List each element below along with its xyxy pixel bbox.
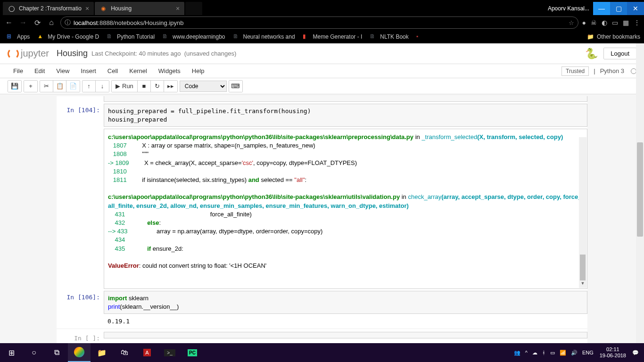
trusted-indicator[interactable]: Trusted (561, 66, 589, 76)
output-cell-104: c:\users\apoor\appdata\local\programs\py… (57, 129, 587, 289)
code-cell-106[interactable]: In [106]: import sklearn print(sklearn._… (57, 291, 587, 314)
ext-icon[interactable]: ▦ (623, 19, 629, 26)
apps-button[interactable]: ⊞Apps (4, 32, 33, 41)
ps-icon: ▪ (416, 33, 424, 41)
bluetooth-icon[interactable]: ᚼ (540, 350, 548, 355)
menu-insert[interactable]: Insert (75, 66, 102, 76)
menu-widgets[interactable]: Widgets (153, 66, 186, 76)
traceback-output[interactable]: c:\users\apoor\appdata\local\programs\py… (104, 129, 587, 289)
scroll-thumb[interactable] (637, 142, 643, 237)
ext-icon[interactable]: ● (582, 19, 586, 26)
address-bar-row: ← → ⟳ ⌂ ⓘ localhost:8888/notebooks/Housi… (0, 15, 644, 30)
ext-icon[interactable]: ▭ (612, 19, 618, 26)
menu-kernel[interactable]: Kernel (124, 66, 153, 76)
tab-title: Housing (111, 5, 132, 12)
ext-icon[interactable]: ☠ (591, 19, 597, 26)
acrobat-app[interactable]: A (136, 343, 158, 362)
interrupt-button[interactable]: ■ (138, 81, 151, 92)
cortana-button[interactable]: ○ (23, 343, 45, 362)
bookmark-item[interactable]: 🗎NLTK Book (367, 32, 411, 41)
command-palette-button[interactable]: ⌨ (229, 81, 242, 92)
url-host: localhost (74, 19, 98, 26)
window-close-button[interactable]: ✕ (627, 2, 644, 15)
code-input[interactable] (104, 332, 587, 338)
close-icon[interactable]: × (85, 5, 89, 12)
bookmark-item[interactable]: 🗎Python Tutorial (104, 32, 157, 41)
page-scrollbar[interactable] (636, 43, 644, 343)
menu-file[interactable]: File (8, 66, 29, 76)
code-input[interactable]: import sklearn print(sklearn.__version__… (104, 291, 587, 314)
onedrive-icon[interactable]: ☁ (530, 350, 540, 356)
language-indicator[interactable]: ENG (580, 350, 596, 355)
notebook-title[interactable]: Housing (57, 49, 88, 58)
close-icon[interactable]: × (176, 5, 180, 12)
copy-button[interactable]: 📋 (53, 81, 66, 92)
explorer-app[interactable]: 📁 (91, 343, 113, 362)
chrome-app[interactable] (68, 343, 91, 362)
code-cell-empty[interactable]: In [ ]: (57, 329, 587, 343)
volume-icon[interactable]: 🔊 (569, 350, 580, 356)
menu-edit[interactable]: Edit (29, 66, 50, 76)
move-up-button[interactable]: ↑ (83, 81, 96, 92)
cell-prompt: In [104]: (57, 104, 104, 127)
bookmark-item[interactable]: 🗎www.deeplearningbo (159, 32, 228, 41)
star-icon[interactable]: ☆ (569, 19, 574, 26)
start-button[interactable]: ⊞ (0, 343, 23, 362)
logout-button[interactable]: Logout (603, 48, 636, 59)
chrome-menu-icon[interactable]: ⋮ (634, 19, 640, 26)
code-cell-104[interactable]: In [104]: housing_prepared = full_pipeli… (57, 104, 587, 127)
restart-run-button[interactable]: ▸▸ (164, 81, 177, 92)
run-button[interactable]: ▶ Run (112, 81, 138, 92)
bookmark-item[interactable]: 🗎Neural networks and (230, 32, 298, 41)
address-bar[interactable]: ⓘ localhost:8888/notebooks/Housing.ipynb… (60, 16, 578, 29)
jupyter-logo-icon (8, 48, 19, 59)
scroll-down-icon[interactable]: ▼ (579, 280, 586, 288)
bookmark-item[interactable]: ▮Meme Generator - I (300, 32, 365, 41)
clock[interactable]: 02:11 19-06-2018 (596, 346, 630, 359)
task-view-button[interactable]: ⧉ (45, 343, 68, 362)
tray-chevron-icon[interactable]: ^ (523, 350, 530, 355)
forward-icon[interactable]: → (18, 18, 28, 27)
window-maximize-button[interactable]: ▢ (610, 2, 627, 15)
cut-button[interactable]: ✂ (40, 81, 53, 92)
output-scrollbar[interactable]: ▲ ▼ (579, 130, 586, 288)
terminal-app[interactable]: >_ (158, 343, 181, 362)
info-icon[interactable]: ⓘ (65, 18, 71, 27)
notebook-cells[interactable]: In [104]: housing_prepared = full_pipeli… (0, 94, 644, 343)
back-icon[interactable]: ← (4, 18, 14, 27)
add-cell-button[interactable]: + (24, 81, 37, 92)
restart-button[interactable]: ↻ (151, 81, 164, 92)
bookmark-item[interactable]: ▪ (413, 32, 427, 41)
browser-tab-1[interactable]: ◯ Chapter 2 :Transformatio × (3, 2, 94, 15)
page-icon: 🗎 (233, 33, 240, 41)
window-minimize-button[interactable]: — (593, 2, 610, 15)
folder-icon: 📁 (587, 33, 594, 40)
wifi-icon[interactable]: 📶 (557, 350, 569, 356)
menu-cell[interactable]: Cell (102, 66, 124, 76)
reload-icon[interactable]: ⟳ (32, 18, 42, 27)
move-down-button[interactable]: ↓ (96, 81, 109, 92)
menu-view[interactable]: View (50, 66, 75, 76)
menu-help[interactable]: Help (186, 66, 210, 76)
code-input[interactable]: housing_prepared = full_pipeline.fit_tra… (104, 104, 587, 127)
browser-tab-2[interactable]: ◉ Housing × (95, 2, 184, 15)
new-tab-phantom[interactable] (185, 2, 202, 15)
jupyter-logo[interactable]: jupyter (8, 48, 49, 59)
scroll-thumb[interactable] (580, 255, 586, 280)
paste-button[interactable]: 📄 (66, 81, 80, 92)
page-icon: 🗎 (370, 33, 377, 41)
home-icon[interactable]: ⌂ (46, 18, 57, 27)
people-icon[interactable]: 👥 (512, 350, 523, 356)
cell-type-select[interactable]: Code (180, 81, 227, 92)
notifications-icon[interactable]: 💬 (630, 350, 641, 356)
chrome-profile[interactable]: Apoorv Kansal... (544, 3, 593, 14)
save-button[interactable]: 💾 (8, 81, 21, 92)
other-bookmarks[interactable]: Other bookmarks (597, 33, 640, 40)
ext-icon[interactable]: ◐ (602, 19, 607, 26)
pycharm-app[interactable]: PC (181, 343, 204, 362)
bookmark-item[interactable]: ▲My Drive - Google D (34, 32, 102, 41)
meme-icon: ▮ (303, 33, 310, 41)
store-app[interactable]: 🛍 (113, 343, 136, 362)
battery-icon[interactable]: ▭ (548, 350, 557, 356)
menu-bar: File Edit View Insert Cell Kernel Widget… (0, 64, 644, 78)
